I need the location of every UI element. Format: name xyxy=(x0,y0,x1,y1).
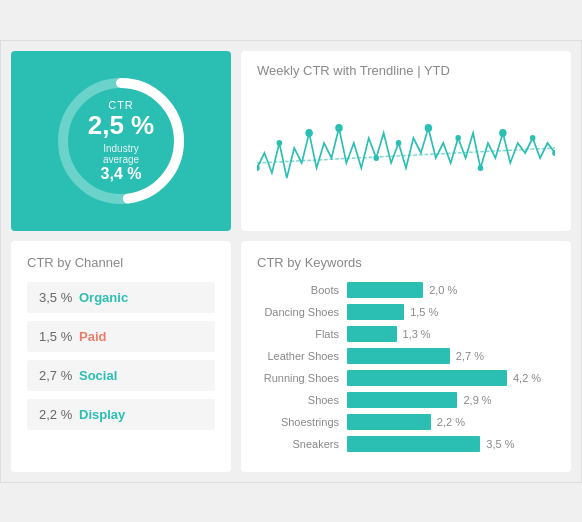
keyword-pct: 2,9 % xyxy=(463,394,491,406)
keyword-label: Flats xyxy=(257,328,347,340)
keyword-label: Boots xyxy=(257,284,347,296)
svg-point-13 xyxy=(530,135,536,141)
channel-name: Organic xyxy=(79,290,128,305)
gauge-avg-value: 3,4 % xyxy=(86,165,156,183)
keyword-label: Sneakers xyxy=(257,438,347,450)
keyword-pct: 2,7 % xyxy=(456,350,484,362)
gauge-avg-label: Industry average xyxy=(86,143,156,165)
ctr-channel-panel: CTR by Channel 3,5 %Organic1,5 %Paid2,7 … xyxy=(11,241,231,472)
keyword-bar-container: 4,2 % xyxy=(347,370,555,386)
keyword-bar xyxy=(347,282,423,298)
keyword-row: Running Shoes4,2 % xyxy=(257,370,555,386)
channel-name: Paid xyxy=(79,329,106,344)
svg-point-11 xyxy=(478,165,484,171)
channel-name: Display xyxy=(79,407,125,422)
channel-name: Social xyxy=(79,368,117,383)
keyword-pct: 3,5 % xyxy=(486,438,514,450)
gauge-text: CTR 2,5 % Industry average 3,4 % xyxy=(86,98,156,183)
keyword-bar xyxy=(347,304,404,320)
keyword-row: Shoestrings2,2 % xyxy=(257,414,555,430)
keyword-label: Dancing Shoes xyxy=(257,306,347,318)
channel-item: 2,2 %Display xyxy=(27,399,215,430)
channel-list: 3,5 %Organic1,5 %Paid2,7 %Social2,2 %Dis… xyxy=(27,282,215,430)
keyword-pct: 2,2 % xyxy=(437,416,465,428)
channel-pct: 2,2 % xyxy=(39,407,79,422)
keyword-row: Boots2,0 % xyxy=(257,282,555,298)
channel-pct: 1,5 % xyxy=(39,329,79,344)
channel-panel-title: CTR by Channel xyxy=(27,255,215,270)
weekly-chart-area xyxy=(257,88,555,218)
svg-point-9 xyxy=(425,124,432,132)
keyword-bar-container: 1,5 % xyxy=(347,304,555,320)
channel-item: 2,7 %Social xyxy=(27,360,215,391)
keyword-row: Sneakers3,5 % xyxy=(257,436,555,452)
svg-point-3 xyxy=(257,165,260,171)
keyword-bar-container: 3,5 % xyxy=(347,436,555,452)
gauge-value: 2,5 % xyxy=(86,110,156,139)
ctr-keywords-panel: CTR by Keywords Boots2,0 %Dancing Shoes1… xyxy=(241,241,571,472)
weekly-chart-svg xyxy=(257,88,555,218)
keyword-label: Shoestrings xyxy=(257,416,347,428)
keyword-bar xyxy=(347,414,431,430)
keyword-row: Leather Shoes2,7 % xyxy=(257,348,555,364)
keywords-panel-title: CTR by Keywords xyxy=(257,255,555,270)
svg-point-12 xyxy=(499,129,506,137)
keyword-bar-container: 1,3 % xyxy=(347,326,555,342)
keyword-label: Shoes xyxy=(257,394,347,406)
keyword-row: Shoes2,9 % xyxy=(257,392,555,408)
weekly-ctr-panel: Weekly CTR with Trendline | YTD xyxy=(241,51,571,231)
keyword-bar-container: 2,9 % xyxy=(347,392,555,408)
keyword-row: Dancing Shoes1,5 % xyxy=(257,304,555,320)
channel-item: 1,5 %Paid xyxy=(27,321,215,352)
svg-point-7 xyxy=(373,155,379,161)
svg-point-10 xyxy=(455,135,461,141)
keyword-pct: 4,2 % xyxy=(513,372,541,384)
keyword-bar xyxy=(347,370,507,386)
keyword-label: Running Shoes xyxy=(257,372,347,384)
channel-pct: 2,7 % xyxy=(39,368,79,383)
svg-point-4 xyxy=(277,140,283,146)
keyword-pct: 1,3 % xyxy=(403,328,431,340)
svg-point-5 xyxy=(305,129,312,137)
channel-item: 3,5 %Organic xyxy=(27,282,215,313)
keyword-pct: 1,5 % xyxy=(410,306,438,318)
keywords-list: Boots2,0 %Dancing Shoes1,5 %Flats1,3 %Le… xyxy=(257,282,555,452)
keyword-bar-container: 2,7 % xyxy=(347,348,555,364)
keyword-bar xyxy=(347,348,450,364)
keyword-label: Leather Shoes xyxy=(257,350,347,362)
ctr-gauge-panel: CTR 2,5 % Industry average 3,4 % xyxy=(11,51,231,231)
svg-point-6 xyxy=(335,124,342,132)
channel-pct: 3,5 % xyxy=(39,290,79,305)
keyword-bar xyxy=(347,392,457,408)
gauge-container: CTR 2,5 % Industry average 3,4 % xyxy=(51,71,191,211)
weekly-chart-title: Weekly CTR with Trendline | YTD xyxy=(257,63,555,78)
keyword-row: Flats1,3 % xyxy=(257,326,555,342)
keyword-pct: 2,0 % xyxy=(429,284,457,296)
svg-point-8 xyxy=(396,140,402,146)
keyword-bar xyxy=(347,326,397,342)
keyword-bar xyxy=(347,436,480,452)
keyword-bar-container: 2,0 % xyxy=(347,282,555,298)
dashboard: CTR 2,5 % Industry average 3,4 % Weekly … xyxy=(0,40,582,483)
keyword-bar-container: 2,2 % xyxy=(347,414,555,430)
